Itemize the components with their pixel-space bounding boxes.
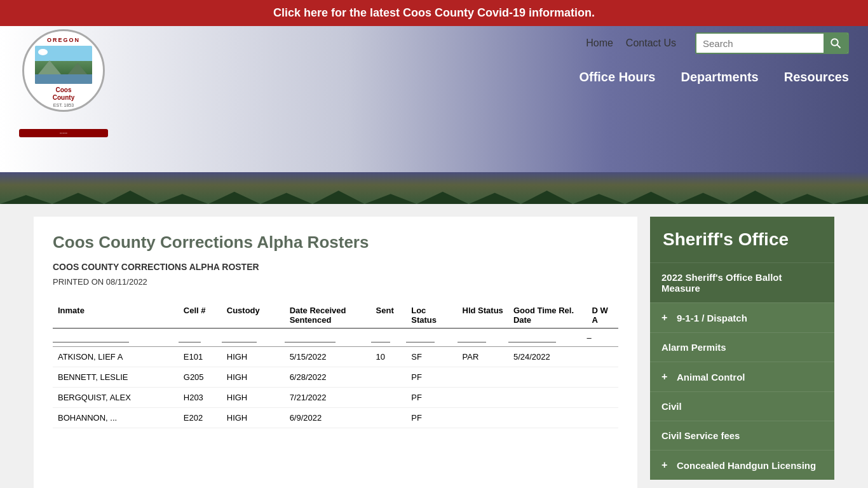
- sidebar-item-5[interactable]: Civil Service fees: [650, 421, 834, 450]
- table-cell: 7/21/2022: [285, 388, 371, 408]
- sidebar-item-label: 2022 Sheriff's Office Ballot Measure: [661, 272, 823, 294]
- scenic-bar: [0, 172, 868, 204]
- table-cell: 10: [371, 347, 407, 367]
- col-cell: Cell #: [179, 302, 222, 329]
- sidebar-item-label: Alarm Permits: [661, 342, 726, 353]
- table-cell: [587, 347, 618, 367]
- table-cell: SF: [406, 347, 457, 367]
- table-cell: [508, 408, 587, 428]
- svg-line-1: [837, 45, 841, 48]
- table-cell: HIGH: [222, 367, 285, 388]
- table-cell: PF: [406, 367, 457, 388]
- sidebar: Sheriff's Office 2022 Sheriff's Office B…: [650, 217, 834, 488]
- table-cell: 5/24/2022: [508, 347, 587, 367]
- office-hours-link[interactable]: Office Hours: [579, 70, 655, 85]
- table-divider-row: –: [53, 329, 618, 347]
- table-cell: PF: [406, 388, 457, 408]
- table-cell: [587, 388, 618, 408]
- roster-table: Inmate Cell # Custody Date Received Sent…: [53, 302, 618, 428]
- logo-coos-county: CoosCounty: [53, 86, 74, 102]
- table-cell: [508, 367, 587, 388]
- sidebar-item-6[interactable]: +Concealed Handgun Licensing: [650, 450, 834, 480]
- covid-banner[interactable]: Click here for the latest Coos County Co…: [0, 0, 868, 26]
- table-cell: [371, 388, 407, 408]
- table-cell: [458, 367, 508, 388]
- col-dwa: D W A: [587, 302, 618, 329]
- col-inmate: Inmate: [53, 302, 179, 329]
- logo-area: OREGON CoosCounty EST. 1853 ~~~: [19, 29, 108, 163]
- sidebar-item-label: Concealed Handgun Licensing: [677, 460, 816, 471]
- header: OREGON CoosCounty EST. 1853 ~~~ Home: [0, 26, 868, 172]
- col-custody: Custody: [222, 302, 285, 329]
- sidebar-item-0[interactable]: 2022 Sheriff's Office Ballot Measure: [650, 262, 834, 302]
- table-cell: PAR: [458, 347, 508, 367]
- table-cell: G205: [179, 367, 222, 388]
- plus-icon: +: [661, 459, 672, 471]
- sidebar-item-label: 9-1-1 / Dispatch: [677, 313, 747, 323]
- table-cell: [587, 367, 618, 388]
- table-cell: 6/28/2022: [285, 367, 371, 388]
- sidebar-item-label: Civil: [661, 401, 682, 412]
- sidebar-item-4[interactable]: Civil: [650, 391, 834, 421]
- search-icon: [830, 37, 841, 49]
- resources-link[interactable]: Resources: [784, 70, 849, 85]
- logo-oregon: OREGON: [47, 37, 80, 43]
- table-cell: [587, 408, 618, 428]
- roster-subtitle: COOS COUNTY CORRECTIONS ALPHA ROSTER: [53, 262, 618, 272]
- table-cell: PF: [406, 408, 457, 428]
- bottom-nav: Office Hours Departments Resources: [19, 60, 849, 91]
- table-cell: HIGH: [222, 388, 285, 408]
- table-row: BERGQUIST, ALEXH203HIGH7/21/2022PF: [53, 388, 618, 408]
- table-header-row: Inmate Cell # Custody Date Received Sent…: [53, 302, 618, 329]
- col-date: Date Received Sentenced: [285, 302, 371, 329]
- content-area: Coos County Corrections Alpha Rosters CO…: [34, 217, 637, 488]
- search-container: [695, 32, 849, 54]
- table-cell: E202: [179, 408, 222, 428]
- table-cell: [508, 388, 587, 408]
- plus-icon: +: [661, 371, 672, 383]
- table-cell: 5/15/2022: [285, 347, 371, 367]
- svg-point-0: [831, 39, 838, 46]
- sidebar-title: Sheriff's Office: [650, 217, 834, 262]
- table-cell: BERGQUIST, ALEX: [53, 388, 179, 408]
- table-row: BENNETT, LESLIEG205HIGH6/28/2022PF: [53, 367, 618, 388]
- table-cell: ATKISON, LIEF A: [53, 347, 179, 367]
- col-hld: Hld Status: [458, 302, 508, 329]
- table-cell: HIGH: [222, 347, 285, 367]
- contact-link[interactable]: Contact Us: [626, 37, 676, 49]
- table-cell: 6/9/2022: [285, 408, 371, 428]
- table-cell: E101: [179, 347, 222, 367]
- col-loc: Loc Status: [406, 302, 457, 329]
- table-cell: H203: [179, 388, 222, 408]
- sidebar-item-2[interactable]: Alarm Permits: [650, 332, 834, 362]
- sidebar-items: 2022 Sheriff's Office Ballot Measure+9-1…: [650, 262, 834, 480]
- col-good-time: Good Time Rel. Date: [508, 302, 587, 329]
- sidebar-item-1[interactable]: +9-1-1 / Dispatch: [650, 302, 834, 332]
- sidebar-item-label: Animal Control: [677, 372, 745, 383]
- printed-on: PRINTED ON 08/11/2022: [53, 277, 618, 287]
- sidebar-item-label: Civil Service fees: [661, 430, 740, 441]
- table-cell: [371, 408, 407, 428]
- table-cell: BOHANNON, ...: [53, 408, 179, 428]
- logo-est: EST. 1853: [53, 103, 74, 107]
- table-cell: [458, 388, 508, 408]
- home-link[interactable]: Home: [586, 37, 613, 49]
- table-cell: [371, 367, 407, 388]
- search-input[interactable]: [696, 34, 824, 53]
- search-button[interactable]: [824, 34, 848, 53]
- departments-link[interactable]: Departments: [681, 70, 758, 85]
- main-content: Coos County Corrections Alpha Rosters CO…: [15, 204, 853, 488]
- table-row: ATKISON, LIEF AE101HIGH5/15/202210SFPAR5…: [53, 347, 618, 367]
- table-cell: BENNETT, LESLIE: [53, 367, 179, 388]
- tree-silhouette: [0, 182, 868, 204]
- sidebar-item-3[interactable]: +Animal Control: [650, 362, 834, 391]
- table-cell: [458, 408, 508, 428]
- col-sent: Sent: [371, 302, 407, 329]
- table-cell: HIGH: [222, 408, 285, 428]
- plus-icon: +: [661, 312, 672, 323]
- page-title: Coos County Corrections Alpha Rosters: [53, 233, 618, 252]
- table-row: BOHANNON, ...E202HIGH6/9/2022PF: [53, 408, 618, 428]
- top-nav: Home Contact Us: [586, 37, 676, 49]
